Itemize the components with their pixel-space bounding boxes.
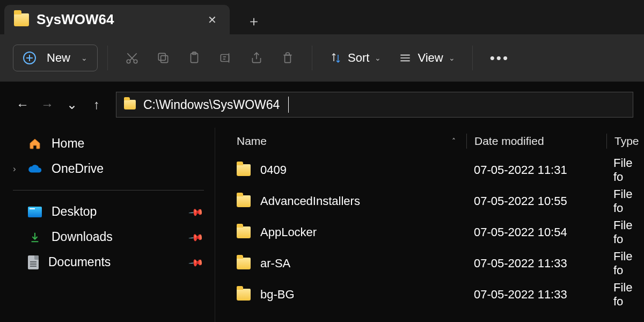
rename-icon — [218, 51, 232, 65]
file-type: File fo — [606, 281, 644, 309]
rename-button[interactable] — [211, 45, 240, 71]
file-row[interactable]: 040907-05-2022 11:31File fo — [215, 155, 644, 186]
address-bar[interactable]: C:\Windows\SysWOW64 — [116, 92, 633, 118]
sort-button[interactable]: Sort ⌄ — [322, 45, 389, 71]
toolbar-separator — [312, 46, 312, 70]
column-headers: Name ˄ Date modified Type — [215, 128, 644, 155]
chevron-down-icon: ⌄ — [375, 54, 381, 62]
new-button-label: New — [47, 51, 70, 65]
file-list: Name ˄ Date modified Type 040907-05-2022… — [215, 128, 644, 322]
more-icon: ••• — [490, 50, 509, 67]
new-tab-button[interactable]: ＋ — [240, 8, 267, 34]
back-button[interactable]: ← — [12, 94, 33, 115]
file-date: 07-05-2022 10:55 — [466, 194, 606, 208]
file-type: File fo — [606, 250, 644, 277]
paste-button[interactable] — [180, 45, 209, 71]
column-header-name[interactable]: Name ˄ — [237, 135, 466, 148]
tab-bar: SysWOW64 ✕ ＋ — [0, 0, 644, 34]
sidebar-item-label: Documents — [48, 255, 111, 269]
pin-icon: 📌 — [188, 203, 204, 220]
file-name: AppLocker — [260, 225, 317, 239]
sidebar-item-desktop[interactable]: Desktop 📌 — [10, 199, 207, 224]
copy-button[interactable] — [149, 45, 178, 71]
file-name: 0409 — [260, 163, 287, 177]
sidebar-item-label: Downloads — [52, 230, 113, 244]
view-button[interactable]: View ⌄ — [391, 45, 462, 71]
sort-asc-icon: ˄ — [452, 137, 456, 145]
forward-button[interactable]: → — [36, 94, 58, 115]
text-caret — [288, 97, 289, 113]
sidebar-item-documents[interactable]: Documents 📌 — [10, 250, 207, 275]
new-button[interactable]: New ⌄ — [13, 45, 98, 71]
file-type: File fo — [606, 187, 644, 215]
file-name: ar-SA — [260, 257, 290, 270]
sidebar-item-label: Desktop — [52, 204, 97, 219]
recent-locations-button[interactable]: ⌄ — [61, 94, 83, 115]
plus-circle-icon — [23, 52, 36, 64]
toolbar-separator — [472, 46, 473, 70]
toolbar: New ⌄ Sort ⌄ View ⌄ ••• — [0, 34, 644, 82]
file-row[interactable]: AppLocker07-05-2022 10:54File fo — [215, 217, 644, 248]
scissors-icon — [125, 51, 139, 65]
view-label: View — [418, 51, 443, 65]
svg-rect-6 — [221, 55, 229, 62]
chevron-down-icon: ⌄ — [449, 54, 455, 62]
content-area: Home › OneDrive Desktop 📌 Downloads 📌 Do… — [0, 128, 644, 322]
active-tab[interactable]: SysWOW64 ✕ — [4, 5, 230, 34]
file-row[interactable]: ar-SA07-05-2022 11:33File fo — [215, 248, 644, 279]
svg-rect-7 — [285, 55, 291, 63]
clipboard-icon — [187, 51, 201, 65]
folder-icon — [14, 13, 29, 26]
cut-button[interactable] — [118, 45, 147, 71]
pin-icon: 📌 — [188, 229, 204, 245]
pin-icon: 📌 — [188, 254, 204, 270]
share-button[interactable] — [242, 45, 271, 71]
folder-icon — [124, 100, 136, 109]
sidebar-divider — [13, 190, 204, 191]
share-icon — [250, 51, 264, 65]
cloud-icon — [28, 162, 42, 176]
folder-icon — [237, 289, 251, 301]
close-tab-button[interactable]: ✕ — [204, 10, 220, 30]
file-name: AdvancedInstallers — [260, 194, 360, 208]
svg-point-0 — [127, 60, 130, 63]
desktop-icon — [28, 207, 42, 217]
file-row[interactable]: AdvancedInstallers07-05-2022 10:55File f… — [215, 186, 644, 217]
svg-rect-2 — [161, 56, 168, 63]
column-header-type[interactable]: Type — [607, 135, 644, 148]
column-header-date[interactable]: Date modified — [467, 135, 606, 148]
sort-icon — [330, 52, 342, 64]
folder-icon — [237, 164, 251, 176]
sidebar-item-downloads[interactable]: Downloads 📌 — [10, 224, 207, 250]
delete-button[interactable] — [273, 45, 302, 71]
navigation-bar: ← → ⌄ ↑ C:\Windows\SysWOW64 — [0, 82, 644, 128]
toolbar-separator — [107, 46, 108, 70]
sidebar-item-label: Home — [52, 136, 84, 151]
sidebar-item-onedrive[interactable]: › OneDrive — [10, 156, 207, 181]
file-row[interactable]: bg-BG07-05-2022 11:33File fo — [215, 279, 644, 310]
up-button[interactable]: ↑ — [86, 94, 107, 115]
file-type: File fo — [606, 218, 644, 246]
sidebar-item-label: OneDrive — [52, 162, 104, 176]
tab-title: SysWOW64 — [36, 11, 197, 28]
list-view-icon — [398, 51, 412, 65]
more-button[interactable]: ••• — [482, 45, 517, 71]
file-date: 07-05-2022 11:31 — [466, 163, 606, 177]
trash-icon — [281, 51, 295, 65]
copy-icon — [156, 51, 170, 65]
folder-icon — [237, 195, 251, 207]
chevron-down-icon: ⌄ — [81, 54, 87, 62]
folder-icon — [237, 258, 251, 269]
file-date: 07-05-2022 11:33 — [466, 257, 606, 270]
address-path: C:\Windows\SysWOW64 — [143, 98, 280, 112]
file-type: File fo — [606, 156, 644, 184]
svg-point-1 — [134, 60, 137, 63]
file-name: bg-BG — [260, 288, 295, 302]
file-date: 07-05-2022 11:33 — [466, 288, 606, 302]
document-icon — [28, 255, 39, 269]
navigation-pane: Home › OneDrive Desktop 📌 Downloads 📌 Do… — [0, 128, 215, 322]
sidebar-item-home[interactable]: Home — [10, 131, 207, 156]
home-icon — [28, 137, 42, 151]
folder-icon — [237, 226, 251, 238]
sort-label: Sort — [348, 51, 369, 65]
